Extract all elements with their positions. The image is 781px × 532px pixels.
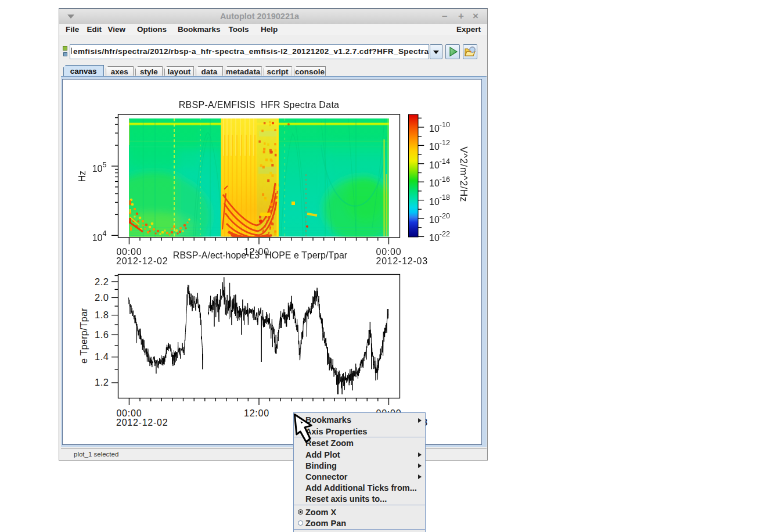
svg-text:10-14: 10-14 xyxy=(429,157,450,170)
svg-text:2012-12-02: 2012-12-02 xyxy=(116,256,168,266)
svg-text:104: 104 xyxy=(92,229,107,242)
svg-text:00:00: 00:00 xyxy=(116,408,142,418)
svg-text:10-16: 10-16 xyxy=(429,175,450,188)
svg-text:1.2: 1.2 xyxy=(95,377,109,387)
svg-text:10-20: 10-20 xyxy=(429,212,450,225)
svg-text:10-12: 10-12 xyxy=(429,139,450,152)
svg-text:10-10: 10-10 xyxy=(429,121,450,134)
svg-text:2.0: 2.0 xyxy=(95,292,109,303)
svg-text:1.6: 1.6 xyxy=(95,329,109,340)
svg-text:12:00: 12:00 xyxy=(244,408,269,418)
svg-text:Hz: Hz xyxy=(77,171,87,182)
svg-text:RBSP-A/ect-hope-L3 HOPE e Tpe: RBSP-A/ect-hope-L3 HOPE e Tperp/Tpar xyxy=(173,250,348,260)
svg-text:1.4: 1.4 xyxy=(95,351,109,362)
svg-text:1.8: 1.8 xyxy=(95,310,109,320)
svg-text:V^2/m^2/Hz: V^2/m^2/Hz xyxy=(458,146,469,202)
svg-text:RBSP-A/EMFISIS HFR Spectra Da: RBSP-A/EMFISIS HFR Spectra Data xyxy=(179,100,340,110)
svg-text:2012-12-03: 2012-12-03 xyxy=(376,256,428,266)
svg-text:105: 105 xyxy=(92,161,107,174)
svg-text:10-22: 10-22 xyxy=(429,230,450,243)
svg-text:e Tperp/Tpar: e Tperp/Tpar xyxy=(79,308,89,364)
svg-text:2012-12-02: 2012-12-02 xyxy=(116,418,168,427)
svg-text:00:00: 00:00 xyxy=(376,247,401,257)
svg-text:00:00: 00:00 xyxy=(116,247,142,257)
svg-text:2.2: 2.2 xyxy=(95,276,109,287)
svg-text:10-18: 10-18 xyxy=(429,193,450,206)
